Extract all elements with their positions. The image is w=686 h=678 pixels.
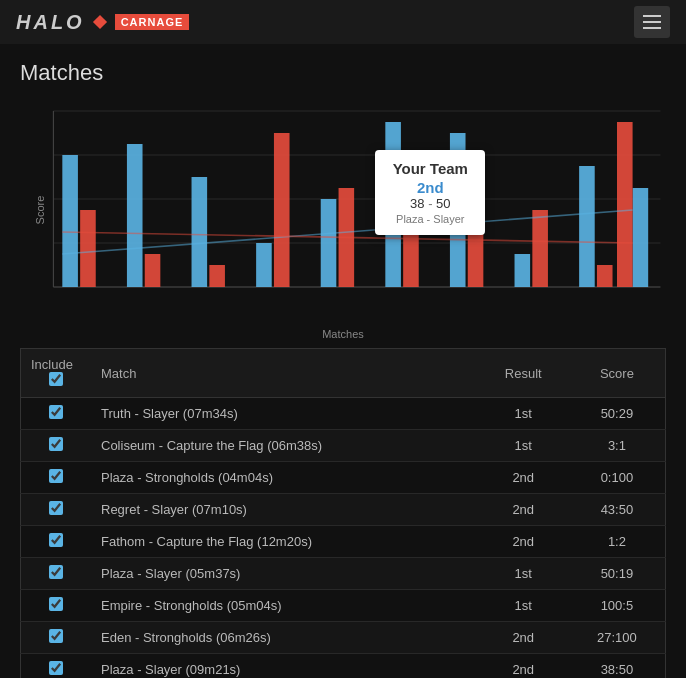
- row-result: 2nd: [478, 494, 569, 526]
- row-result: 1st: [478, 398, 569, 430]
- row-checkbox[interactable]: [49, 565, 63, 579]
- row-checkbox-cell: [21, 654, 92, 679]
- tooltip-place: 2nd: [391, 179, 469, 196]
- menu-button[interactable]: [634, 6, 670, 38]
- svg-rect-9: [127, 144, 143, 287]
- row-score: 1:2: [569, 526, 666, 558]
- chart-svg: [20, 100, 666, 320]
- table-row: Fathom - Capture the Flag (12m20s)2nd1:2: [21, 526, 666, 558]
- table-header-row: Include Match Result Score: [21, 349, 666, 398]
- row-score: 50:29: [569, 398, 666, 430]
- row-checkbox[interactable]: [49, 533, 63, 547]
- row-score: 50:19: [569, 558, 666, 590]
- chart-container: Score: [20, 100, 666, 320]
- row-result: 1st: [478, 558, 569, 590]
- tooltip-score-dash: -: [428, 196, 436, 211]
- row-checkbox[interactable]: [49, 405, 63, 419]
- row-score: 0:100: [569, 462, 666, 494]
- main-content: Matches Score: [0, 44, 686, 678]
- tooltip-score-opp: 50: [436, 196, 450, 211]
- matches-table: Include Match Result Score Truth - Slaye…: [20, 348, 666, 678]
- row-checkbox[interactable]: [49, 469, 63, 483]
- svg-rect-10: [145, 254, 161, 287]
- table-row: Regret - Slayer (07m10s)2nd43:50: [21, 494, 666, 526]
- row-checkbox[interactable]: [49, 661, 63, 675]
- row-score: 43:50: [569, 494, 666, 526]
- table-row: Coliseum - Capture the Flag (06m38s)1st3…: [21, 430, 666, 462]
- tooltip-team-label: Your Team: [391, 160, 469, 177]
- row-score: 38:50: [569, 654, 666, 679]
- table-row: Eden - Strongholds (06m26s)2nd27:100: [21, 622, 666, 654]
- table-body: Truth - Slayer (07m34s)1st50:29Coliseum …: [21, 398, 666, 679]
- logo-halo: HALO: [16, 11, 85, 34]
- row-checkbox-cell: [21, 494, 92, 526]
- tooltip-score-team: 38: [410, 196, 424, 211]
- table-row: Truth - Slayer (07m34s)1st50:29: [21, 398, 666, 430]
- logo: HALO CARNAGE: [16, 11, 189, 34]
- row-checkbox-cell: [21, 462, 92, 494]
- svg-rect-8: [80, 210, 96, 287]
- row-result: 2nd: [478, 622, 569, 654]
- row-match-name: Fathom - Capture the Flag (12m20s): [91, 526, 478, 558]
- svg-rect-12: [209, 265, 225, 287]
- header-include: Include: [21, 349, 92, 398]
- logo-diamond-icon: [93, 15, 107, 29]
- row-result: 2nd: [478, 462, 569, 494]
- header: HALO CARNAGE: [0, 0, 686, 44]
- row-checkbox-cell: [21, 590, 92, 622]
- table-row: Plaza - Slayer (09m21s)2nd38:50: [21, 654, 666, 679]
- hamburger-line-1: [643, 15, 661, 17]
- table-row: Plaza - Strongholds (04m04s)2nd0:100: [21, 462, 666, 494]
- header-checkbox-cell: [31, 372, 81, 389]
- y-axis-label: Score: [34, 196, 46, 225]
- row-checkbox[interactable]: [49, 501, 63, 515]
- row-match-name: Plaza - Slayer (05m37s): [91, 558, 478, 590]
- row-result: 1st: [478, 590, 569, 622]
- header-result: Result: [478, 349, 569, 398]
- svg-rect-14: [274, 133, 290, 287]
- chart-tooltip: Your Team 2nd 38 - 50 Plaza - Slayer: [375, 150, 485, 235]
- row-score: 100:5: [569, 590, 666, 622]
- row-score: 27:100: [569, 622, 666, 654]
- row-result: 2nd: [478, 654, 569, 679]
- header-match: Match: [91, 349, 478, 398]
- page-title: Matches: [20, 60, 666, 86]
- svg-rect-24: [597, 265, 613, 287]
- row-match-name: Regret - Slayer (07m10s): [91, 494, 478, 526]
- svg-rect-13: [256, 243, 272, 287]
- hamburger-line-3: [643, 27, 661, 29]
- row-checkbox[interactable]: [49, 629, 63, 643]
- row-match-name: Coliseum - Capture the Flag (06m38s): [91, 430, 478, 462]
- svg-rect-7: [62, 155, 78, 287]
- row-match-name: Plaza - Slayer (09m21s): [91, 654, 478, 679]
- svg-rect-11: [192, 177, 208, 287]
- svg-rect-26: [617, 122, 633, 287]
- tooltip-map: Plaza - Slayer: [391, 213, 469, 225]
- header-score: Score: [569, 349, 666, 398]
- include-label: Include: [31, 357, 81, 372]
- row-match-name: Truth - Slayer (07m34s): [91, 398, 478, 430]
- tooltip-score: 38 - 50: [391, 196, 469, 211]
- hamburger-line-2: [643, 21, 661, 23]
- x-axis-label: Matches: [20, 328, 666, 340]
- row-checkbox-cell: [21, 398, 92, 430]
- svg-rect-21: [515, 254, 531, 287]
- include-all-checkbox[interactable]: [49, 372, 63, 386]
- row-checkbox-cell: [21, 430, 92, 462]
- table-row: Empire - Strongholds (05m04s)1st100:5: [21, 590, 666, 622]
- svg-rect-22: [532, 210, 548, 287]
- row-checkbox-cell: [21, 622, 92, 654]
- table-row: Plaza - Slayer (05m37s)1st50:19: [21, 558, 666, 590]
- row-checkbox-cell: [21, 558, 92, 590]
- svg-rect-23: [579, 166, 595, 287]
- row-checkbox[interactable]: [49, 437, 63, 451]
- row-match-name: Empire - Strongholds (05m04s): [91, 590, 478, 622]
- row-score: 3:1: [569, 430, 666, 462]
- row-result: 1st: [478, 430, 569, 462]
- logo-carnage: CARNAGE: [115, 14, 190, 30]
- svg-rect-15: [321, 199, 337, 287]
- svg-rect-25: [633, 188, 649, 287]
- row-checkbox[interactable]: [49, 597, 63, 611]
- row-result: 2nd: [478, 526, 569, 558]
- row-match-name: Plaza - Strongholds (04m04s): [91, 462, 478, 494]
